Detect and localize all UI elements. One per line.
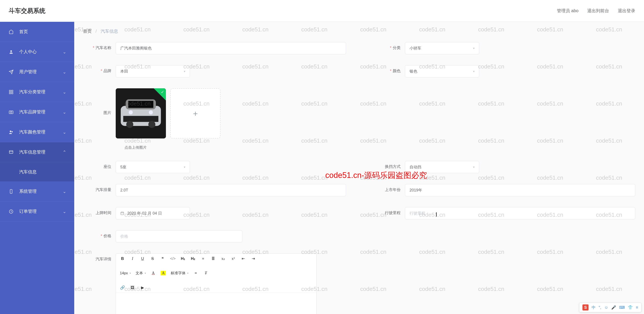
bold-button[interactable]: B [120, 257, 125, 261]
category-select[interactable]: 小轿车 ▾ [405, 42, 479, 54]
font-family-select[interactable]: 标准字体▾ [171, 271, 188, 276]
ol-button[interactable]: ≡ [200, 257, 206, 261]
form-item-reg-date: 上牌时间 2020 年 02 月 04 日 [83, 207, 346, 219]
camera-icon [9, 110, 15, 114]
sidebar-label: 用户管理 [19, 69, 37, 75]
brand-select[interactable]: 本田 ▾ [116, 65, 190, 77]
svg-rect-1 [10, 90, 11, 91]
italic-button[interactable]: I [130, 257, 135, 261]
align-button[interactable]: ≡ [193, 271, 198, 275]
svg-point-19 [148, 121, 156, 128]
fontsize-select[interactable]: 14px▾ [120, 271, 131, 275]
sidebar-item-category[interactable]: 汽车分类管理 ⌄ [0, 82, 74, 102]
text-select[interactable]: 文本▾ [136, 271, 146, 276]
svg-rect-2 [12, 90, 13, 91]
ul-button[interactable]: ≣ [210, 256, 216, 261]
sidebar-item-system[interactable]: 系统管理 ⌄ [0, 181, 74, 202]
code-button[interactable]: </> [170, 257, 176, 261]
sidebar-item-car-info[interactable]: 汽车信息管理 ⌃ [0, 142, 74, 162]
superscript-button[interactable]: x² [230, 257, 236, 261]
chevron-down-icon: ▾ [184, 69, 185, 73]
grid-icon [9, 90, 15, 94]
clock-icon [9, 209, 15, 214]
svg-point-8 [12, 131, 13, 132]
header: 斗车交易系统 管理员 abo 退出到前台 退出登录 [0, 0, 644, 22]
subscript-button[interactable]: x₂ [220, 256, 226, 261]
strike-button[interactable]: S [150, 257, 155, 261]
main-content: 首页 / 汽车信息 *汽车名称 *分类 小轿车 ▾ *品牌 [74, 22, 644, 314]
underline-button[interactable]: U [140, 257, 145, 261]
ime-menu-icon[interactable]: ≡ [636, 305, 638, 310]
svg-rect-11 [10, 189, 12, 193]
svg-rect-22 [121, 212, 124, 215]
ime-skin-icon[interactable]: 👕 [628, 305, 633, 310]
reg-date-input[interactable]: 2020 年 02 月 04 日 [116, 207, 190, 219]
users-icon [9, 130, 15, 135]
sidebar-sub-car-info[interactable]: 汽车信息 [0, 162, 74, 181]
car-name-input[interactable] [116, 42, 346, 54]
sogou-icon[interactable]: S [582, 305, 588, 311]
watermark-center: code51.cn-源码乐园盗图必究 [325, 170, 427, 181]
sidebar-item-personal[interactable]: 个人中心 ⌄ [0, 42, 74, 62]
form-item-car-name: *汽车名称 [83, 42, 346, 54]
sidebar-label: 汽车分类管理 [19, 89, 46, 95]
upload-hint: 点击上传图片 [116, 145, 635, 150]
sidebar-sub-label: 汽车信息 [19, 169, 37, 175]
h1-button[interactable]: H₁ [180, 256, 186, 261]
back-to-front-link[interactable]: 退出到前台 [587, 8, 609, 14]
header-right: 管理员 abo 退出到前台 退出登录 [557, 8, 635, 14]
svg-rect-16 [128, 101, 154, 108]
sidebar-label: 汽车颜色管理 [19, 129, 46, 135]
text-color-button[interactable]: A [151, 271, 156, 275]
uploaded-image[interactable]: ✓ [116, 88, 166, 138]
chevron-down-icon: ⌄ [63, 109, 66, 115]
outdent-button[interactable]: ⇤ [240, 256, 246, 261]
ime-zh[interactable]: 中 [592, 305, 596, 310]
svg-point-21 [149, 110, 153, 114]
ime-mic-icon[interactable]: 🎤 [611, 305, 616, 310]
user-icon [9, 49, 15, 54]
sidebar-item-brand[interactable]: 汽车品牌管理 ⌄ [0, 102, 74, 122]
logout-link[interactable]: 退出登录 [618, 8, 635, 14]
sidebar-item-order[interactable]: 订单管理 ⌄ [0, 202, 74, 222]
video-button[interactable]: ▶ [140, 285, 145, 290]
ime-emoji-icon[interactable]: ☺ [604, 305, 608, 310]
send-icon [9, 69, 15, 74]
mileage-input[interactable] [405, 207, 635, 219]
upload-button[interactable]: ＋ [170, 88, 220, 138]
indent-button[interactable]: ⇥ [250, 256, 256, 261]
admin-label[interactable]: 管理员 abo [557, 8, 578, 14]
editor-body[interactable] [116, 293, 316, 314]
seats-select[interactable]: 5座 ▾ [116, 161, 190, 173]
year-input[interactable] [405, 184, 635, 196]
sidebar-item-color[interactable]: 汽车颜色管理 ⌄ [0, 122, 74, 142]
ime-punct-icon[interactable]: °, [598, 305, 601, 310]
clear-format-button[interactable]: T [203, 271, 208, 275]
sidebar-label: 个人中心 [19, 49, 37, 55]
form-item-displacement: 汽车排量 [83, 184, 346, 196]
chevron-down-icon: ⌄ [63, 49, 66, 54]
displacement-input[interactable] [116, 184, 346, 196]
h2-button[interactable]: H₂ [190, 256, 196, 261]
form-item-price: *价格 [83, 230, 635, 243]
svg-rect-17 [123, 116, 158, 122]
ime-bar: S 中 °, ☺ 🎤 ⌨ 👕 ≡ [579, 303, 642, 312]
color-select[interactable]: 银色 ▾ [405, 65, 479, 77]
bg-color-button[interactable]: A [161, 271, 166, 275]
form-item-mileage: 行驶里程 I [372, 207, 635, 219]
ime-keyboard-icon[interactable]: ⌨ [619, 305, 625, 310]
price-input[interactable] [116, 230, 242, 243]
svg-point-7 [10, 130, 11, 132]
chevron-down-icon: ▾ [473, 46, 474, 50]
chevron-down-icon: ⌄ [63, 189, 66, 194]
sidebar-item-home[interactable]: 首页 [0, 22, 74, 42]
breadcrumb-home[interactable]: 首页 [83, 29, 92, 33]
chevron-down-icon: ⌄ [63, 69, 66, 75]
quote-button[interactable]: ❝ [160, 256, 165, 261]
breadcrumb-sep: / [96, 29, 97, 33]
link-button[interactable]: 🔗 [120, 285, 125, 290]
sidebar-label: 首页 [19, 29, 28, 35]
svg-rect-3 [10, 92, 11, 93]
sidebar-item-user-mgmt[interactable]: 用户管理 ⌄ [0, 62, 74, 82]
image-button[interactable]: 🖼 [130, 286, 135, 290]
